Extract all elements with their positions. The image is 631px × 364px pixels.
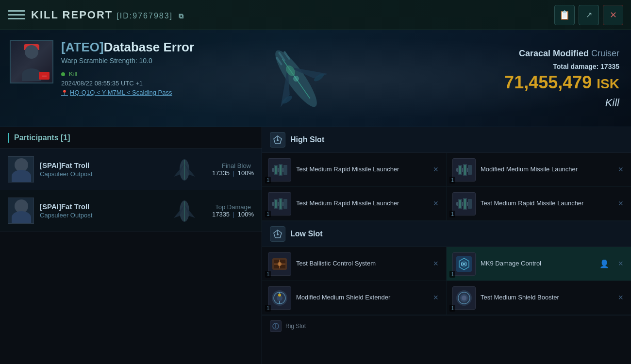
item-name: MK9 Damage Control xyxy=(481,260,595,268)
participants-title: Participants [1] xyxy=(14,133,70,142)
header-actions: 📋 ↗ ✕ xyxy=(554,5,623,25)
fit-item: 1 Test Medium Rapid Missile Launcher × xyxy=(262,187,447,221)
svg-rect-39 xyxy=(280,199,282,209)
item-icon xyxy=(268,158,291,182)
participant-ship xyxy=(163,155,206,184)
svg-point-48 xyxy=(277,233,279,235)
isk-unit: ISK xyxy=(597,76,619,91)
fit-item: 1 Modified Medium Missile Launcher × xyxy=(447,153,631,187)
svg-point-53 xyxy=(278,262,282,266)
fit-item: 1 Test Medium Shield Booster × xyxy=(447,281,631,315)
remove-button[interactable]: × xyxy=(431,165,440,175)
avatar: — xyxy=(10,40,53,83)
svg-rect-26 xyxy=(275,166,277,174)
item-qty: 1 xyxy=(449,305,455,312)
pilot-fullname: Database Error xyxy=(104,40,194,54)
svg-rect-32 xyxy=(459,166,461,174)
damage-value: 17335 xyxy=(212,169,230,177)
ship-type: Cruiser xyxy=(591,49,619,58)
low-slot-grid: 1 Test Ballistic Control System × xyxy=(262,247,631,315)
svg-rect-44 xyxy=(459,200,461,208)
remove-button[interactable]: × xyxy=(616,259,625,269)
item-icon xyxy=(268,192,291,215)
item-icon: DC xyxy=(452,252,476,276)
export-icon: ↗ xyxy=(586,10,592,19)
svg-rect-31 xyxy=(468,165,472,175)
participant-name: [SPAI]Fat Troll xyxy=(40,161,157,169)
remove-button[interactable]: × xyxy=(616,165,625,175)
slot-section-low: Low Slot 1 Test Ballisti xyxy=(262,221,631,315)
item-qty: 1 xyxy=(265,305,271,312)
damage-pct: 100% xyxy=(238,211,254,218)
damage-pct: 100% xyxy=(238,169,254,177)
fit-item: 1 Test Ballistic Control System × xyxy=(262,247,447,281)
kill-id: [ID:9767983] xyxy=(116,12,173,20)
svg-rect-37 xyxy=(283,199,287,209)
low-slot-title: Low Slot xyxy=(290,230,323,238)
header: KILL REPORT [ID:9767983] ⧉ 📋 ↗ ✕ xyxy=(0,0,631,30)
item-qty: 1 xyxy=(265,177,271,183)
fit-item: 1 DC MK9 Damage Control 👤 × xyxy=(447,247,631,281)
participant-org: Capsuleer Outpost xyxy=(40,212,157,219)
svg-point-21 xyxy=(277,139,279,141)
corp-tag: [ATEO] xyxy=(61,40,104,54)
item-icon xyxy=(268,252,291,276)
damage-label: Total damage: 17335 xyxy=(553,63,619,70)
high-slot-grid: 1 Test Medium Rapid Missile Launcher × xyxy=(262,153,631,221)
item-icon xyxy=(452,192,476,215)
item-name: Test Medium Rapid Missile Launcher xyxy=(296,199,426,208)
svg-rect-38 xyxy=(275,200,277,208)
item-qty: 1 xyxy=(449,271,455,278)
head xyxy=(25,45,38,59)
remove-button[interactable]: × xyxy=(616,293,625,303)
svg-rect-43 xyxy=(468,199,472,209)
svg-point-67 xyxy=(462,296,466,300)
isk-value: 71,455,479 ISK xyxy=(504,72,619,93)
list-item: [SPAI]Fat Troll Capsuleer Outpost Top Da… xyxy=(0,190,262,232)
participant-stats: Final Blow 17335 | 100% xyxy=(212,162,254,177)
item-qty: 1 xyxy=(449,177,455,183)
svg-text:DC: DC xyxy=(461,262,467,266)
participant-ship xyxy=(163,196,206,225)
rig-slot-label: Rig Slot xyxy=(285,323,306,330)
high-slot-title: High Slot xyxy=(290,135,324,144)
remove-button[interactable]: × xyxy=(431,293,440,303)
fit-item: 1 Test Medium Rapid Missile Launcher × xyxy=(447,187,631,221)
participant-avatar xyxy=(8,156,34,182)
slot-section-high: High Slot 1 xyxy=(262,127,631,221)
svg-rect-25 xyxy=(283,165,287,175)
clipboard-button[interactable]: 📋 xyxy=(554,5,575,25)
item-name: Test Medium Rapid Missile Launcher xyxy=(481,199,611,208)
close-button[interactable]: ✕ xyxy=(603,5,623,25)
remove-button[interactable]: × xyxy=(431,199,440,209)
item-qty: 1 xyxy=(265,211,271,217)
low-slot-icon xyxy=(270,226,285,242)
left-panel: Participants [1] [SPAI]Fat Troll Capsule… xyxy=(0,127,262,364)
right-panel: High Slot 1 xyxy=(262,127,631,364)
fit-item: 1 Modified Medium Shield Extender × xyxy=(262,281,447,315)
svg-rect-45 xyxy=(464,199,466,209)
more-slots-hint: Rig Slot xyxy=(262,315,631,337)
av2-body xyxy=(12,211,31,224)
damage-value: 17335 xyxy=(212,211,230,218)
participants-list: [SPAI]Fat Troll Capsuleer Outpost Final … xyxy=(0,149,262,364)
export-button[interactable]: ↗ xyxy=(579,5,599,25)
remove-button[interactable]: × xyxy=(616,199,625,209)
slot-header-low: Low Slot xyxy=(262,221,631,247)
item-icon xyxy=(452,286,476,310)
menu-icon[interactable] xyxy=(8,6,25,24)
slot-header-high: High Slot xyxy=(262,127,631,153)
item-name: Modified Medium Shield Extender xyxy=(296,294,426,302)
main-body: Participants [1] [SPAI]Fat Troll Capsule… xyxy=(0,127,631,364)
page-title: KILL REPORT [ID:9767983] ⧉ xyxy=(31,9,184,21)
item-icon xyxy=(452,158,476,182)
item-qty: 1 xyxy=(265,271,271,278)
remove-button[interactable]: × xyxy=(431,259,440,269)
participant-info: [SPAI]Fat Troll Capsuleer Outpost xyxy=(40,202,157,219)
close-icon: ✕ xyxy=(610,10,617,20)
svg-rect-27 xyxy=(280,165,282,175)
fit-item: 1 Test Medium Rapid Missile Launcher × xyxy=(262,153,447,187)
participant-stats: Top Damage 17335 | 100% xyxy=(212,203,254,218)
item-name: Modified Medium Missile Launcher xyxy=(481,165,611,174)
ship-class: Caracal Modified Cruiser xyxy=(519,49,619,59)
